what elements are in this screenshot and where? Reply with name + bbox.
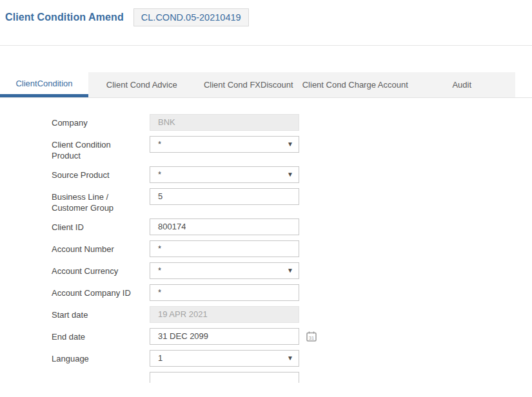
field-label-end-date: End date [52,328,150,342]
end-date-input[interactable]: 31 DEC 2099 [150,328,299,345]
field-value: * [158,285,161,300]
account-company-id-input[interactable]: * [150,284,299,301]
dropdown-arrow-icon: ▼ [287,267,293,274]
field-value: BNK [158,115,175,130]
form-row: End date31 DEC 209931 [52,328,532,345]
form-row: Account Currency*▼ [52,262,532,279]
tab-bar-container: ClientConditionClient Cond AdviceClient … [0,72,532,98]
field-label-account-currency: Account Currency [52,262,150,276]
field-label-start-date: Start date [52,306,150,320]
field-label-business-line-customer-group: Business Line / Customer Group [52,188,150,213]
svg-text:31: 31 [309,335,314,341]
tab-audit[interactable]: Audit [409,72,516,97]
form-row: CompanyBNK [52,114,532,131]
field-label-next-field [52,372,150,375]
field-value: 1 [158,351,163,366]
field-value: 800174 [158,219,186,235]
client-id-input[interactable]: 800174 [150,218,299,235]
next-field-input[interactable] [150,372,299,383]
field-value: * [158,241,161,257]
field-value: * [158,167,161,182]
form-area: CompanyBNKClient Condition Product*▼Sour… [0,98,532,383]
field-value: 19 APR 2021 [158,307,208,322]
tab-bar: ClientConditionClient Cond AdviceClient … [0,72,515,97]
form-row [52,372,532,383]
form-row: Source Product*▼ [52,166,532,183]
page-header: Client Condition Amend CL.COND.05-202104… [0,0,532,46]
client-condition-product-select[interactable]: *▼ [150,136,299,153]
field-label-account-company-id: Account Company ID [52,284,150,298]
source-product-select[interactable]: *▼ [150,166,299,183]
form-row: Business Line / Customer Group5 [52,188,532,213]
page-title: Client Condition Amend [5,12,124,23]
field-value: 31 DEC 2099 [158,329,208,344]
form-row: Client ID800174 [52,218,532,235]
field-label-company: Company [52,114,150,128]
form-row: Start date19 APR 2021 [52,306,532,323]
field-label-source-product: Source Product [52,166,150,180]
account-number-input[interactable]: * [150,240,299,257]
tab-client-cond-advice[interactable]: Client Cond Advice [88,72,195,97]
account-currency-select[interactable]: *▼ [150,262,299,279]
company-input: BNK [150,114,299,131]
start-date-input: 19 APR 2021 [150,306,299,323]
record-id-badge: CL.COND.05-20210419 [133,8,249,26]
field-label-client-id: Client ID [52,218,150,233]
tab-client-cond-fxdiscount[interactable]: Client Cond FXDiscount [195,72,302,97]
calendar-icon[interactable]: 31 [306,331,317,342]
form-row: Account Company ID* [52,284,532,301]
dropdown-arrow-icon: ▼ [287,171,293,178]
field-value: * [158,137,161,152]
tab-client-cond-charge-account[interactable]: Client Cond Charge Account [302,72,409,97]
form-row: Client Condition Product*▼ [52,136,532,161]
field-value: * [158,263,161,278]
form-row: Language1▼ [52,350,532,367]
business-line-customer-group-input[interactable]: 5 [150,188,299,205]
field-value: 5 [158,189,163,204]
language-select[interactable]: 1▼ [150,350,299,367]
field-label-client-condition-product: Client Condition Product [52,136,150,161]
tab-clientcondition[interactable]: ClientCondition [0,72,88,97]
form-row: Account Number* [52,240,532,257]
dropdown-arrow-icon: ▼ [287,354,293,362]
field-label-account-number: Account Number [52,240,150,255]
field-label-language: Language [52,350,150,364]
dropdown-arrow-icon: ▼ [287,140,293,148]
